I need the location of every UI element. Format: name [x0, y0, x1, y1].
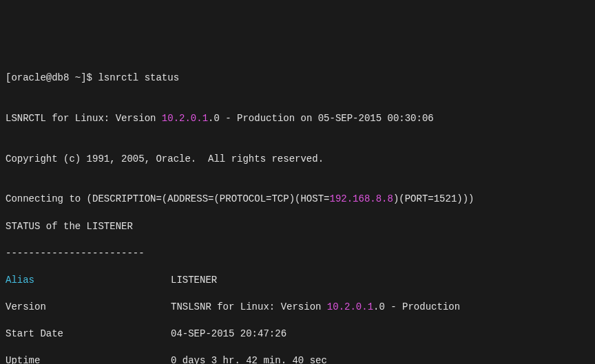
start-date-value: 04-SEP-2015 20:47:26 [171, 328, 286, 339]
terminal-output: [oracle@db8 ~]$ lsnrctl status LSNRCTL f… [6, 58, 589, 364]
connecting-line: Connecting to (DESCRIPTION=(ADDRESS=(PRO… [6, 193, 589, 206]
separator: ------------------------ [6, 247, 589, 261]
command-text: lsnrctl status [98, 72, 179, 83]
status-title: STATUS of the LISTENER [6, 220, 589, 234]
version-label: Version [6, 301, 171, 314]
version-number: 10.2.0.1 [162, 113, 208, 124]
copyright-line: Copyright (c) 1991, 2005, Oracle. All ri… [6, 153, 589, 167]
tnslsnr-version: 10.2.0.1 [327, 301, 373, 312]
info-uptime: Uptime0 days 3 hr. 42 min. 40 sec [6, 354, 589, 364]
uptime-label: Uptime [6, 354, 171, 364]
prompt-line[interactable]: [oracle@db8 ~]$ lsnrctl status [6, 72, 589, 85]
alias-value: LISTENER [171, 275, 217, 286]
info-start-date: Start Date04-SEP-2015 20:47:26 [6, 328, 589, 341]
info-version: VersionTNSLSNR for Linux: Version 10.2.0… [6, 301, 589, 314]
host-ip: 192.168.8.8 [329, 193, 393, 204]
info-alias: AliasLISTENER [6, 274, 589, 288]
prompt-prefix: [oracle@db8 ~]$ [6, 72, 98, 83]
header-line: LSNRCTL for Linux: Version 10.2.0.1.0 - … [6, 112, 589, 126]
start-date-label: Start Date [6, 328, 171, 341]
uptime-value: 0 days 3 hr. 42 min. 40 sec [171, 355, 327, 364]
alias-label: Alias [6, 274, 171, 288]
